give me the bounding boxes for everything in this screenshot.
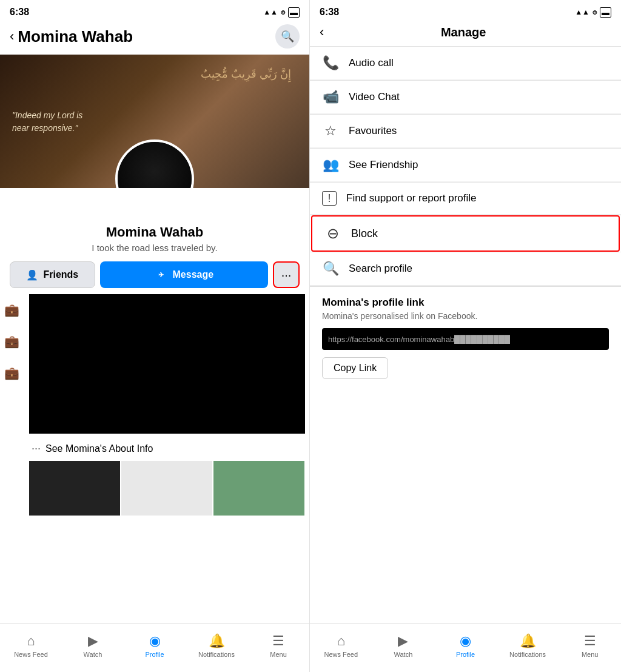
phone-right: 6:38 ▲▲ ⌾ ▬ ‹ Manage 📞 Audio call 📹 Vide… xyxy=(310,0,621,672)
profile-photo-container xyxy=(115,139,194,188)
wifi-left: ⌾ xyxy=(281,8,285,16)
nav-notifications-icon-left: 🔔 xyxy=(209,633,225,649)
favourites-label: Favourites xyxy=(349,125,397,137)
cover-photo: إِنَّ رَبِّي قَرِيبٌ مُّجِيبٌ "Indeed my… xyxy=(0,55,309,188)
search-icon-left: 🔍 xyxy=(281,30,294,43)
photos-row xyxy=(23,461,309,516)
nav-profile-icon-left: ◉ xyxy=(149,633,161,649)
left-header-left: ‹ Momina Wahab xyxy=(10,27,133,46)
main-content: ··· See Momina's About Info xyxy=(23,294,309,623)
more-icon: ··· xyxy=(281,268,292,282)
nav-profile-label-left: Profile xyxy=(145,651,164,658)
nav-watch-icon-left: ▶ xyxy=(88,633,98,649)
menu-list: 📞 Audio call 📹 Video Chat ☆ Favourites 👥… xyxy=(310,47,621,623)
signal-left: ▲▲ xyxy=(263,8,278,16)
back-button-right[interactable]: ‹ xyxy=(320,24,324,40)
nav-watch-icon-right: ▶ xyxy=(398,633,408,649)
profile-link-subtitle: Momina's personalised link on Facebook. xyxy=(322,311,609,321)
battery-right: ▬ xyxy=(600,7,611,18)
message-button[interactable]: ✈ Message xyxy=(100,261,268,288)
nav-watch-label-right: Watch xyxy=(394,651,413,658)
nav-news-feed-icon-left: ⌂ xyxy=(27,633,35,649)
report-icon: ! xyxy=(322,191,337,206)
nav-watch-right[interactable]: ▶ Watch xyxy=(372,633,435,658)
menu-item-video-chat[interactable]: 📹 Video Chat xyxy=(310,81,621,114)
friends-icon: 👤 xyxy=(26,269,38,281)
message-label: Message xyxy=(173,269,214,280)
manage-title: Manage xyxy=(334,25,611,39)
nav-notifications-left[interactable]: 🔔 Notifications xyxy=(186,633,247,658)
nav-news-feed-left[interactable]: ⌂ News Feed xyxy=(0,633,62,658)
nav-notifications-label-left: Notifications xyxy=(198,651,235,658)
sidebar-icon-3: 💼 xyxy=(2,363,21,383)
nav-notifications-icon-right: 🔔 xyxy=(520,633,536,649)
search-button-left[interactable]: 🔍 xyxy=(275,24,300,49)
menu-item-report[interactable]: ! Find support or report profile xyxy=(310,183,621,215)
profile-photo xyxy=(115,139,194,188)
sidebar-icon-2: 💼 xyxy=(2,332,21,351)
menu-item-audio-call[interactable]: 📞 Audio call xyxy=(310,47,621,80)
menu-item-search-profile[interactable]: 🔍 Search profile xyxy=(310,252,621,286)
back-button-left[interactable]: ‹ xyxy=(10,29,14,44)
search-profile-icon: 🔍 xyxy=(322,261,339,277)
nav-profile-left[interactable]: ◉ Profile xyxy=(124,633,186,658)
action-buttons: 👤 Friends ✈ Message ··· xyxy=(0,253,309,294)
report-label: Find support or report profile xyxy=(346,192,477,204)
profile-header-name: Momina Wahab xyxy=(18,27,133,46)
profile-link-section: Momina's profile link Momina's personali… xyxy=(310,286,621,389)
nav-profile-right[interactable]: ◉ Profile xyxy=(434,633,497,658)
block-icon: ⊖ xyxy=(324,225,341,242)
photo-2 xyxy=(121,461,212,516)
nav-watch-left[interactable]: ▶ Watch xyxy=(62,633,124,658)
arabic-text: إِنَّ رَبِّي قَرِيبٌ مُّجِيبٌ xyxy=(201,67,291,82)
phone-left: 6:38 ▲▲ ⌾ ▬ ‹ Momina Wahab 🔍 إِنَّ رَبِّ… xyxy=(0,0,310,672)
profile-link-title: Momina's profile link xyxy=(322,297,609,309)
english-text: "Indeed my Lord is near responsive." xyxy=(12,109,82,135)
nav-menu-label-right: Menu xyxy=(582,651,599,658)
audio-call-icon: 📞 xyxy=(322,55,339,71)
see-friendship-icon: 👥 xyxy=(322,157,339,173)
favourites-icon: ☆ xyxy=(322,123,339,139)
see-friendship-label: See Friendship xyxy=(349,159,418,171)
profile-photo-inner xyxy=(118,142,192,188)
time-right: 6:38 xyxy=(320,7,339,18)
friends-label: Friends xyxy=(43,269,78,280)
nav-menu-right[interactable]: ☰ Menu xyxy=(559,633,621,658)
copy-link-button[interactable]: Copy Link xyxy=(322,357,388,379)
english-text-content: "Indeed my Lord is near responsive." xyxy=(12,110,82,133)
photo-3 xyxy=(213,461,304,516)
nav-menu-icon-left: ☰ xyxy=(272,633,284,649)
left-sidebar: 💼 💼 💼 xyxy=(0,294,23,623)
nav-menu-label-left: Menu xyxy=(270,651,287,658)
about-info-label: See Momina's About Info xyxy=(45,443,153,454)
bottom-nav-right: ⌂ News Feed ▶ Watch ◉ Profile 🔔 Notifica… xyxy=(310,623,621,672)
menu-item-favourites[interactable]: ☆ Favourites xyxy=(310,115,621,148)
dots-icon: ··· xyxy=(32,442,41,455)
bottom-nav-left: ⌂ News Feed ▶ Watch ◉ Profile 🔔 Notifica… xyxy=(0,623,309,672)
nav-menu-left[interactable]: ☰ Menu xyxy=(247,633,309,658)
search-profile-label: Search profile xyxy=(349,263,412,275)
about-info-row[interactable]: ··· See Momina's About Info xyxy=(23,434,309,461)
profile-name: Momina Wahab xyxy=(10,224,300,240)
signal-right: ▲▲ xyxy=(575,8,589,16)
nav-watch-label-left: Watch xyxy=(84,651,102,658)
status-icons-right: ▲▲ ⌾ ▬ xyxy=(575,7,611,18)
profile-link-url-text: https://facebook.com/mominawahab████████… xyxy=(328,335,510,344)
block-label: Block xyxy=(351,227,378,240)
profile-bio: I took the road less traveled by. xyxy=(10,243,300,253)
more-button[interactable]: ··· xyxy=(273,261,300,288)
menu-item-block[interactable]: ⊖ Block xyxy=(311,215,620,252)
nav-notifications-right[interactable]: 🔔 Notifications xyxy=(497,633,559,658)
video-chat-label: Video Chat xyxy=(349,91,400,103)
battery-left: ▬ xyxy=(288,7,300,18)
friends-button[interactable]: 👤 Friends xyxy=(10,261,95,288)
menu-item-see-friendship[interactable]: 👥 See Friendship xyxy=(310,149,621,182)
profile-link-url-bar: https://facebook.com/mominawahab████████… xyxy=(322,328,609,350)
nav-news-feed-label-left: News Feed xyxy=(14,651,48,658)
status-bar-left: 6:38 ▲▲ ⌾ ▬ xyxy=(0,0,309,22)
wifi-right: ⌾ xyxy=(592,8,597,16)
nav-news-feed-icon-right: ⌂ xyxy=(337,633,345,649)
nav-news-feed-right[interactable]: ⌂ News Feed xyxy=(310,633,372,658)
time-left: 6:38 xyxy=(10,7,29,18)
video-content xyxy=(29,294,305,434)
